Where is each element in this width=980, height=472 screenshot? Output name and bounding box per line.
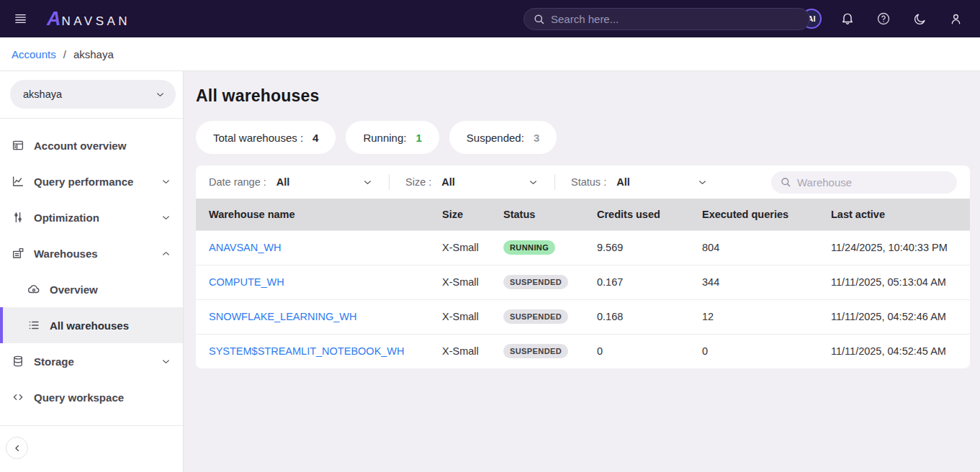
warehouse-size: X-Small xyxy=(442,230,503,265)
table-row: SYSTEM$STREAMLIT_NOTEBOOK_WH X-Small SUS… xyxy=(196,334,970,368)
menu-button[interactable] xyxy=(10,9,31,29)
brand-logo-initial: A xyxy=(47,9,61,29)
warehouse-size: X-Small xyxy=(442,265,503,299)
column-header: Size xyxy=(442,199,503,230)
sidebar-item-all-warehouses[interactable]: All warehouses xyxy=(0,307,183,343)
warehouse-name-link[interactable]: COMPUTE_WH xyxy=(209,276,284,288)
filter-label: Date range : xyxy=(209,176,266,188)
code-icon xyxy=(12,391,24,404)
table-row: ANAVSAN_WH X-Small RUNNING 9.569 804 11/… xyxy=(196,230,970,265)
sidebar-item-label: Warehouses xyxy=(34,248,98,260)
sidebar-item-warehouses[interactable]: Warehouses xyxy=(0,235,183,271)
account-selector-value: akshaya xyxy=(23,88,62,100)
warehouse-search-input[interactable] xyxy=(797,176,948,189)
warehouse-icon xyxy=(12,247,24,260)
sidebar-item-label: Account overview xyxy=(34,140,126,152)
search-icon xyxy=(533,13,545,25)
status-badge: SUSPENDED xyxy=(503,344,568,358)
breadcrumb-accounts-link[interactable]: Accounts xyxy=(12,48,56,60)
last-active: 11/11/2025, 04:52:45 AM xyxy=(831,334,970,368)
notifications-button[interactable] xyxy=(837,9,858,29)
sidebar-item-label: All warehouses xyxy=(50,319,129,332)
filter-label: Status : xyxy=(571,176,606,188)
filter-dropdown[interactable]: Status : All xyxy=(571,176,708,188)
summary-chip-value: 1 xyxy=(415,132,421,144)
filter-bar-groups: Date range : All Size : All Status : All xyxy=(209,165,708,199)
status-badge: SUSPENDED xyxy=(503,275,568,289)
warehouse-name-link[interactable]: SNOWFLAKE_LEARNING_WH xyxy=(209,311,356,322)
sidebar-collapse-button[interactable] xyxy=(6,437,28,459)
table-row: COMPUTE_WH X-Small SUSPENDED 0.167 344 1… xyxy=(196,265,970,299)
filter-value: All xyxy=(441,176,455,188)
account-selector[interactable]: akshaya xyxy=(10,80,176,109)
brand-logo: ANAVSAN xyxy=(47,9,130,29)
breadcrumb-current: akshaya xyxy=(73,48,114,60)
last-active: 11/11/2025, 05:13:04 AM xyxy=(831,265,970,299)
sidebar-item-optimization[interactable]: Optimization xyxy=(0,199,183,235)
theme-toggle-button[interactable] xyxy=(909,9,930,29)
filter-divider xyxy=(389,174,390,190)
chevron-down-icon xyxy=(155,89,166,100)
column-header: Credits used xyxy=(597,199,702,230)
filter-label: Size : xyxy=(405,176,431,188)
credits-used: 9.569 xyxy=(597,230,702,265)
chevron-down-icon xyxy=(161,212,171,223)
filter-value: All xyxy=(616,176,630,188)
warehouse-search[interactable] xyxy=(771,171,957,194)
line-chart-icon xyxy=(12,175,24,188)
warehouse-size: X-Small xyxy=(442,299,503,334)
filter-bar: Date range : All Size : All Status : All xyxy=(196,165,970,199)
search-icon xyxy=(780,176,791,188)
sidebar: akshaya Account overview Query performan… xyxy=(0,71,184,472)
hamburger-icon xyxy=(13,12,28,26)
summary-chip-value: 4 xyxy=(313,132,318,144)
sidebar-item-query-workspace[interactable]: Query workspace xyxy=(0,379,183,415)
executed-queries: 12 xyxy=(702,299,831,334)
page-title: All warehouses xyxy=(196,86,970,106)
sliders-icon xyxy=(12,211,24,224)
sidebar-item-label: Query performance xyxy=(34,176,133,188)
profile-button[interactable] xyxy=(945,9,966,29)
database-icon xyxy=(12,355,24,368)
chevron-left-icon xyxy=(12,443,22,453)
global-search-input[interactable] xyxy=(551,13,801,25)
sidebar-nav: Account overview Query performance Optim… xyxy=(0,119,183,415)
summary-chip: Total warehouses : 4 xyxy=(196,121,336,154)
summary-chip: Running: 1 xyxy=(346,121,439,154)
list-icon xyxy=(27,319,40,332)
sidebar-item-query-performance[interactable]: Query performance xyxy=(0,163,183,199)
cloud-icon xyxy=(27,283,40,296)
warehouse-table-body: ANAVSAN_WH X-Small RUNNING 9.569 804 11/… xyxy=(196,230,970,368)
warehouse-name-link[interactable]: ANAVSAN_WH xyxy=(209,242,281,253)
sidebar-item-label: Query workspace xyxy=(34,391,124,404)
filter-dropdown[interactable]: Date range : All xyxy=(209,176,373,188)
credits-used: 0.167 xyxy=(597,265,702,299)
chevron-down-icon xyxy=(697,177,708,188)
sidebar-item-account-overview[interactable]: Account overview xyxy=(0,127,183,163)
global-search[interactable] xyxy=(523,8,810,30)
last-active: 11/11/2025, 04:52:46 AM xyxy=(831,299,970,334)
sidebar-item-label: Storage xyxy=(34,355,74,368)
status-badge: SUSPENDED xyxy=(503,309,568,324)
warehouse-table: Warehouse nameSizeStatusCredits usedExec… xyxy=(196,199,970,368)
chevron-down-icon xyxy=(362,177,373,188)
breadcrumb-separator: / xyxy=(63,48,66,60)
column-header: Warehouse name xyxy=(196,199,442,230)
sidebar-item-warehouses-overview[interactable]: Overview xyxy=(0,271,183,307)
moon-icon xyxy=(913,12,927,26)
warehouse-panel: Date range : All Size : All Status : All xyxy=(196,165,970,368)
question-circle-icon xyxy=(876,12,891,26)
credits-used: 0.168 xyxy=(597,299,702,334)
warehouse-name-link[interactable]: SYSTEM$STREAMLIT_NOTEBOOK_WH xyxy=(209,345,405,357)
summary-chip-label: Running: xyxy=(363,132,406,144)
filter-dropdown[interactable]: Size : All xyxy=(405,176,539,188)
sidebar-item-label: Optimization xyxy=(34,212,99,224)
sidebar-item-storage[interactable]: Storage xyxy=(0,343,183,379)
column-header: Executed queries xyxy=(702,199,831,230)
breadcrumb: Accounts / akshaya xyxy=(0,37,980,71)
credits-used: 0 xyxy=(597,334,702,368)
chevron-up-icon xyxy=(161,248,171,259)
help-button[interactable] xyxy=(873,9,894,29)
summary-chip: Suspended: 3 xyxy=(449,121,557,154)
dashboard-icon xyxy=(12,139,24,152)
